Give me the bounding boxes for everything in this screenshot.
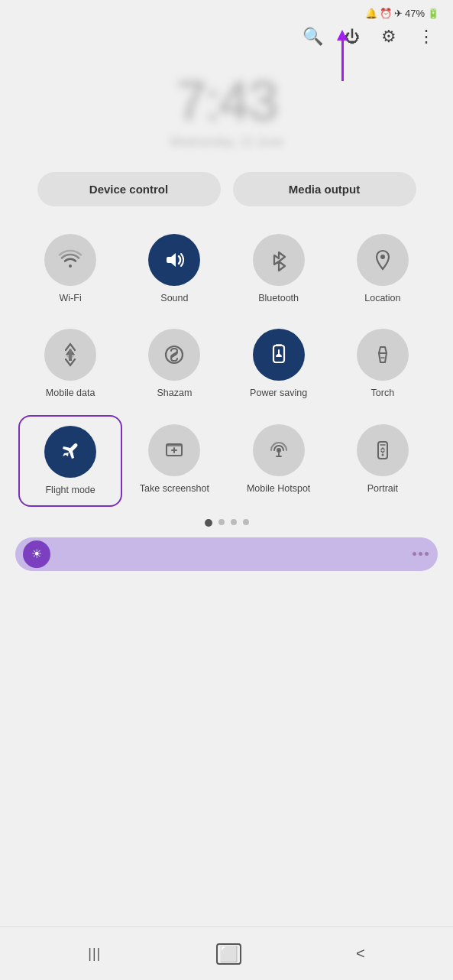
torch-icon-circle bbox=[357, 329, 409, 381]
clock-area: 7:43 Wednesday, 12 June bbox=[0, 54, 453, 172]
wifi-icon-circle bbox=[44, 234, 96, 286]
tile-shazam[interactable]: Shazam bbox=[122, 320, 226, 408]
tile-screenshot[interactable]: Take screenshot bbox=[122, 415, 226, 507]
wifi-label: Wi-Fi bbox=[60, 292, 82, 304]
screenshot-icon-circle bbox=[148, 424, 200, 476]
tile-sound[interactable]: Sound bbox=[122, 225, 226, 313]
pagination-dot-3 bbox=[231, 519, 237, 525]
hotspot-icon-circle bbox=[253, 424, 305, 476]
notification-icon: 🔔 bbox=[365, 8, 377, 19]
search-icon[interactable]: 🔍 bbox=[303, 27, 323, 47]
power-saving-label: Power saving bbox=[250, 387, 307, 399]
tile-portrait[interactable]: Portrait bbox=[331, 415, 435, 507]
clock-time: 7:43 bbox=[176, 70, 277, 132]
navigation-bar: ||| ⬜ < bbox=[0, 926, 453, 980]
airplane-status-icon: ✈ bbox=[394, 8, 403, 19]
control-buttons: Device control Media output bbox=[0, 172, 453, 225]
brightness-slider[interactable]: ☀ bbox=[15, 537, 438, 571]
torch-label: Torch bbox=[371, 387, 395, 399]
sound-label: Sound bbox=[160, 292, 188, 304]
svg-point-4 bbox=[277, 448, 281, 453]
home-icon[interactable]: ⬜ bbox=[216, 943, 241, 965]
brightness-more-icon[interactable] bbox=[413, 552, 429, 556]
flight-mode-icon-circle bbox=[44, 426, 96, 478]
tile-mobile-hotspot[interactable]: Mobile Hotspot bbox=[227, 415, 331, 507]
pagination-dot-2 bbox=[218, 519, 225, 525]
brightness-knob: ☀ bbox=[23, 540, 50, 568]
status-icons: 🔔 ⏰ ✈ 47% 🔋 bbox=[365, 8, 439, 19]
pagination-dots bbox=[0, 519, 453, 527]
tile-flight-mode[interactable]: Flight mode bbox=[18, 415, 122, 507]
mobile-data-icon-circle bbox=[44, 329, 96, 381]
portrait-icon-circle bbox=[357, 424, 409, 476]
pagination-dot-1 bbox=[205, 519, 212, 527]
bluetooth-label: Bluetooth bbox=[258, 292, 299, 304]
location-icon-circle bbox=[357, 234, 409, 286]
tile-bluetooth[interactable]: Bluetooth bbox=[227, 225, 331, 313]
tile-torch[interactable]: Torch bbox=[331, 320, 435, 408]
tile-mobile-data[interactable]: Mobile data bbox=[18, 320, 122, 408]
tile-power-saving[interactable]: Power saving bbox=[227, 320, 331, 408]
power-saving-icon-circle bbox=[253, 329, 305, 381]
tile-wifi[interactable]: Wi-Fi bbox=[18, 225, 122, 313]
pagination-dot-4 bbox=[243, 519, 249, 525]
shazam-icon-circle bbox=[148, 329, 200, 381]
hotspot-label: Mobile Hotspot bbox=[247, 482, 310, 495]
quick-settings-header: 🔍 ⏻ ⚙ ⋮ bbox=[0, 24, 453, 54]
quick-tiles-grid: Wi-Fi Sound Bluetooth Location bbox=[0, 225, 453, 507]
brightness-icon: ☀ bbox=[31, 547, 42, 561]
arrow-annotation bbox=[337, 30, 348, 81]
clock-date: Wednesday, 12 June bbox=[170, 135, 283, 149]
portrait-label: Portrait bbox=[367, 482, 398, 495]
svg-point-6 bbox=[381, 453, 383, 456]
back-icon[interactable]: < bbox=[356, 945, 365, 962]
svg-point-0 bbox=[380, 255, 385, 259]
flight-mode-label: Flight mode bbox=[45, 484, 95, 496]
bluetooth-icon-circle bbox=[253, 234, 305, 286]
shazam-label: Shazam bbox=[157, 387, 192, 399]
arrow-line bbox=[341, 39, 344, 81]
location-label: Location bbox=[364, 292, 400, 304]
battery-icon: 🔋 bbox=[427, 8, 439, 19]
sound-icon-circle bbox=[148, 234, 200, 286]
tile-location[interactable]: Location bbox=[331, 225, 435, 313]
screenshot-label: Take screenshot bbox=[140, 482, 209, 495]
settings-icon[interactable]: ⚙ bbox=[381, 27, 396, 47]
more-options-icon[interactable]: ⋮ bbox=[418, 27, 435, 47]
media-output-button[interactable]: Media output bbox=[233, 172, 416, 206]
battery-text: 47% bbox=[405, 8, 425, 19]
alarm-icon: ⏰ bbox=[380, 8, 392, 19]
recent-apps-icon[interactable]: ||| bbox=[88, 946, 101, 962]
status-bar: 🔔 ⏰ ✈ 47% 🔋 bbox=[0, 0, 453, 24]
device-control-button[interactable]: Device control bbox=[37, 172, 221, 206]
mobile-data-label: Mobile data bbox=[46, 387, 95, 399]
